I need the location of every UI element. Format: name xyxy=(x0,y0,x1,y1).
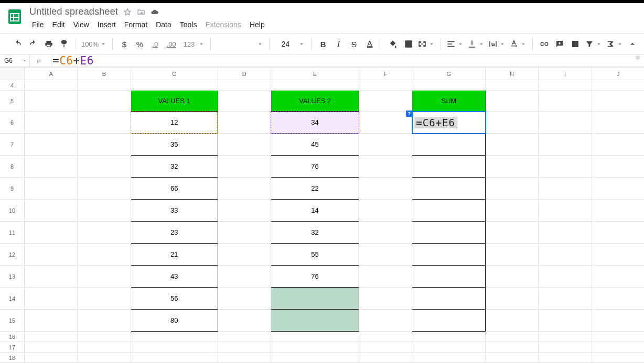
cell[interactable]: 80 xyxy=(131,310,218,332)
cell[interactable]: 45 xyxy=(271,134,359,156)
row-header[interactable]: 12 xyxy=(0,244,25,266)
star-icon[interactable] xyxy=(123,8,132,16)
active-cell[interactable]: ?=C6+E6 xyxy=(412,112,486,134)
row-header[interactable]: 6 xyxy=(0,112,25,134)
row-header[interactable]: 15 xyxy=(0,310,25,332)
row-header[interactable]: 7 xyxy=(0,134,25,156)
currency-button[interactable]: $ xyxy=(118,37,131,51)
cell[interactable]: 43 xyxy=(131,266,218,288)
zoom-select[interactable]: 100% xyxy=(81,40,107,48)
row-header[interactable]: 8 xyxy=(0,156,25,178)
cell[interactable] xyxy=(271,288,359,310)
column-header[interactable]: D xyxy=(218,68,271,80)
menu-view[interactable]: View xyxy=(70,18,93,31)
row-header[interactable]: 14 xyxy=(0,288,25,310)
cell[interactable]: SUM xyxy=(412,91,486,112)
cell[interactable] xyxy=(271,310,359,332)
menu-insert[interactable]: Insert xyxy=(94,18,120,31)
cell[interactable]: 66 xyxy=(131,178,218,200)
merge-cells-button[interactable] xyxy=(417,39,435,49)
text-wrap-button[interactable] xyxy=(488,39,506,49)
cell[interactable] xyxy=(412,222,486,244)
insert-comment-button[interactable] xyxy=(554,37,566,51)
row-header[interactable]: 11 xyxy=(0,222,25,244)
cell[interactable] xyxy=(412,244,486,266)
cell[interactable] xyxy=(412,266,486,288)
text-rotation-button[interactable] xyxy=(509,39,527,49)
horizontal-align-button[interactable] xyxy=(446,39,464,49)
percent-button[interactable]: % xyxy=(134,37,146,51)
font-size-input[interactable]: 24 xyxy=(274,39,306,49)
row-header[interactable]: 17 xyxy=(0,342,25,353)
menu-tools[interactable]: Tools xyxy=(176,18,201,31)
row-header[interactable]: 5 xyxy=(0,91,25,112)
row-header[interactable]: 4 xyxy=(0,80,25,91)
cell[interactable] xyxy=(412,288,486,310)
column-header[interactable]: I xyxy=(539,68,592,80)
font-family-select[interactable] xyxy=(216,40,263,48)
cell[interactable]: 22 xyxy=(271,178,359,200)
spreadsheet-grid[interactable]: A B C D E F G H I J 4 5 VALUES 1 VALUES … xyxy=(0,67,644,363)
cell[interactable]: 23 xyxy=(131,222,218,244)
column-header[interactable]: G xyxy=(412,68,486,80)
row-header[interactable]: 16 xyxy=(0,332,25,342)
move-icon[interactable] xyxy=(137,8,145,16)
cell[interactable]: 76 xyxy=(271,266,359,288)
italic-button[interactable]: I xyxy=(332,37,345,51)
column-header[interactable]: B xyxy=(78,68,131,80)
menu-format[interactable]: Format xyxy=(121,18,151,31)
cell[interactable]: 76 xyxy=(271,156,359,178)
column-header[interactable]: A xyxy=(25,68,78,80)
cell[interactable]: 14 xyxy=(271,200,359,222)
print-button[interactable] xyxy=(42,37,55,51)
row-header[interactable]: 13 xyxy=(0,266,25,288)
formula-hint-icon[interactable]: ? xyxy=(406,111,412,117)
column-header[interactable]: F xyxy=(359,68,412,80)
menu-edit[interactable]: Edit xyxy=(49,18,69,31)
column-header[interactable]: C xyxy=(131,68,218,80)
toolbar-expand-button[interactable] xyxy=(627,37,639,51)
insert-link-button[interactable] xyxy=(538,37,551,51)
select-all-corner[interactable] xyxy=(0,68,25,80)
menu-extensions[interactable]: Extensions xyxy=(201,18,244,31)
undo-button[interactable] xyxy=(12,37,24,51)
number-format-select[interactable]: 123 xyxy=(181,40,206,48)
row-header[interactable]: 10 xyxy=(0,200,25,222)
cell[interactable] xyxy=(412,156,486,178)
sheets-logo[interactable] xyxy=(4,6,25,27)
fill-color-button[interactable] xyxy=(387,37,399,51)
filter-button[interactable] xyxy=(585,39,603,49)
row-header[interactable]: 9 xyxy=(0,178,25,200)
bold-button[interactable]: B xyxy=(317,37,329,51)
increase-decimal-button[interactable]: .00 xyxy=(165,37,178,51)
cell[interactable]: 35 xyxy=(131,134,218,156)
cell[interactable]: VALUES 2 xyxy=(271,91,359,112)
row-header[interactable]: 18 xyxy=(0,353,25,363)
decrease-decimal-button[interactable]: .0 xyxy=(149,37,162,51)
cell[interactable]: 55 xyxy=(271,244,359,266)
cloud-status-icon[interactable] xyxy=(151,8,159,16)
cell[interactable]: 34 xyxy=(271,112,359,134)
cell[interactable] xyxy=(412,200,486,222)
insert-chart-button[interactable] xyxy=(569,37,582,51)
name-box[interactable]: G6 xyxy=(0,57,29,64)
column-header[interactable]: E xyxy=(271,68,359,80)
redo-button[interactable] xyxy=(27,37,40,51)
cell[interactable]: 56 xyxy=(131,288,218,310)
cell[interactable] xyxy=(412,134,486,156)
cell[interactable]: 32 xyxy=(271,222,359,244)
text-color-button[interactable] xyxy=(363,37,376,51)
column-header[interactable]: J xyxy=(592,68,644,80)
cell[interactable]: 33 xyxy=(131,200,218,222)
menu-file[interactable]: File xyxy=(28,18,48,31)
cell[interactable]: 32 xyxy=(131,156,218,178)
cell[interactable]: 21 xyxy=(131,244,218,266)
cell[interactable]: 12 xyxy=(131,112,218,134)
formula-input[interactable]: =C6+E6 xyxy=(51,54,94,67)
column-header[interactable]: H xyxy=(486,68,539,80)
cell[interactable] xyxy=(412,310,486,332)
borders-button[interactable] xyxy=(402,37,415,51)
cell[interactable]: VALUES 1 xyxy=(131,91,218,112)
document-title[interactable]: Untitled spreadsheet xyxy=(29,6,118,17)
paint-format-button[interactable] xyxy=(58,37,71,51)
